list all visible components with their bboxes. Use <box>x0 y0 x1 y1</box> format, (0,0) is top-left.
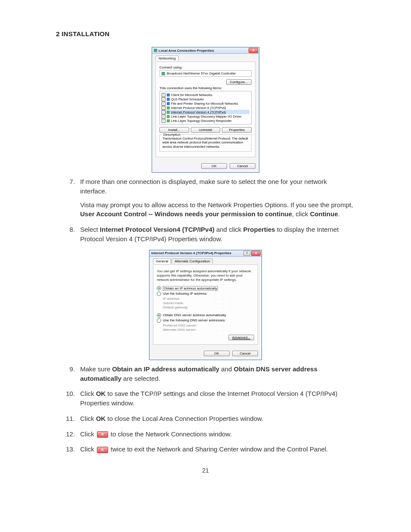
close-icon: X <box>97 431 108 438</box>
checkbox-icon[interactable]: ✓ <box>162 119 165 123</box>
list-item-selected[interactable]: ✓Internet Protocol Version 4 (TCP/IPv4) <box>162 110 249 114</box>
connect-using-label: Connect using: <box>159 65 252 69</box>
step-12: Click X to close the Network Connections… <box>77 429 355 439</box>
uses-items-label: This connection uses the following items… <box>159 86 252 90</box>
radio-icon <box>157 286 161 290</box>
step-7: If more than one connection is displayed… <box>77 177 355 219</box>
tab-alternate-config[interactable]: Alternate Configuration <box>171 258 213 264</box>
close-icon[interactable]: X <box>251 251 261 256</box>
protocol-icon <box>167 111 170 114</box>
step-9: Make sure Obtain an IP address automatic… <box>77 364 355 383</box>
description-text: Transmission Control Protocol/Internet P… <box>162 137 249 149</box>
tab-general[interactable]: General <box>153 258 171 264</box>
ok-button[interactable]: OK <box>204 351 230 356</box>
default-gateway-label: Default gateway: <box>163 305 215 309</box>
page-number: 21 <box>56 467 355 474</box>
list-item[interactable]: ✓Link-Layer Topology Discovery Mapper I/… <box>162 114 249 118</box>
lan-properties-dialog: Local Area Connection Properties X Netwo… <box>152 47 259 173</box>
section-heading: 2 INSTALLATION <box>56 30 355 37</box>
service-icon <box>167 93 170 96</box>
protocol-icon <box>167 115 170 118</box>
description-box: Description Transmission Control Protoco… <box>159 134 252 152</box>
list-item[interactable]: ✓Link-Layer Topology Discovery Responder <box>162 118 249 123</box>
radio-icon <box>157 292 161 296</box>
help-icon[interactable]: ? <box>243 251 250 256</box>
subnet-mask-field: . . . <box>215 301 254 305</box>
step-11: Click OK to close the Local Area Connect… <box>77 414 355 423</box>
radio-obtain-dns-auto[interactable]: Obtain DNS server address automatically <box>157 313 254 317</box>
preferred-dns-field: . . . <box>215 324 254 327</box>
default-gateway-field: . . . <box>215 305 254 309</box>
checkbox-icon[interactable]: ✓ <box>162 102 165 106</box>
adapter-field[interactable]: Broadcom NetXtreme 57xx Gigabit Controll… <box>159 70 252 77</box>
ok-button[interactable]: OK <box>201 163 227 169</box>
dialog-title: Local Area Connection Properties <box>159 49 248 53</box>
checkbox-icon[interactable]: ✓ <box>162 93 165 97</box>
description-label: Description <box>162 133 181 137</box>
preferred-dns-label: Preferred DNS server: <box>163 324 215 327</box>
uninstall-button[interactable]: Uninstall <box>191 127 221 133</box>
titlebar: Internet Protocol Version 4 (TCP/IPv4) P… <box>149 250 262 257</box>
close-icon[interactable]: X <box>249 48 258 53</box>
checkbox-icon[interactable]: ✓ <box>162 97 165 101</box>
protocol-icon <box>167 119 170 122</box>
connection-items-list: ✓Client for Microsoft Networks ✓QoS Pack… <box>159 91 252 124</box>
service-icon <box>167 102 170 105</box>
list-item[interactable]: ✓Internet Protocol Version 6 (TCP/IPv6) <box>162 106 249 110</box>
titlebar: Local Area Connection Properties X <box>152 47 259 54</box>
step-10: Click OK to save the TCP/IP settings and… <box>77 389 355 408</box>
advanced-button[interactable]: Advanced... <box>228 335 254 340</box>
tab-networking[interactable]: Networking <box>156 56 179 61</box>
radio-obtain-ip-auto[interactable]: Obtain an IP address automatically <box>157 286 254 291</box>
alternate-dns-field: . . . <box>215 328 254 332</box>
radio-icon <box>157 318 161 323</box>
checkbox-icon[interactable]: ✓ <box>162 110 165 114</box>
radio-icon <box>157 313 161 317</box>
network-icon <box>154 49 157 52</box>
close-icon: X <box>97 447 108 453</box>
adapter-icon <box>162 72 165 75</box>
cancel-button[interactable]: Cancel <box>230 163 255 169</box>
alternate-dns-label: Alternate DNS server: <box>163 328 215 332</box>
cancel-button[interactable]: Cancel <box>232 351 258 356</box>
ip-address-label: IP address: <box>163 297 215 301</box>
radio-use-following-ip[interactable]: Use the following IP address: <box>157 292 254 296</box>
step-8: Select Internet Protocol Version4 (TCP/I… <box>77 225 355 244</box>
adapter-name: Broadcom NetXtreme 57xx Gigabit Controll… <box>167 72 236 75</box>
protocol-icon <box>167 106 170 109</box>
checkbox-icon[interactable]: ✓ <box>162 106 165 110</box>
list-item[interactable]: ✓File and Printer Sharing for Microsoft … <box>162 101 249 106</box>
list-item[interactable]: ✓QoS Packet Scheduler <box>162 97 249 101</box>
ip-address-field: . . . <box>215 297 254 301</box>
radio-use-following-dns[interactable]: Use the following DNS server addresses: <box>157 318 254 323</box>
checkbox-icon[interactable]: ✓ <box>162 115 165 118</box>
install-button[interactable]: Install... <box>159 127 189 133</box>
step-13: Click X twice to exit the Network and Sh… <box>77 445 355 454</box>
subnet-mask-label: Subnet mask: <box>163 301 215 305</box>
properties-button[interactable]: Properties <box>222 127 252 133</box>
dialog-title: Internet Protocol Version 4 (TCP/IPv4) P… <box>151 251 243 255</box>
configure-button[interactable]: Configure... <box>226 79 252 85</box>
service-icon <box>167 98 170 101</box>
list-item[interactable]: ✓Client for Microsoft Networks <box>162 93 249 97</box>
ip-settings-note: You can get IP settings assigned automat… <box>157 269 254 283</box>
ipv4-properties-dialog: Internet Protocol Version 4 (TCP/IPv4) P… <box>149 250 262 360</box>
